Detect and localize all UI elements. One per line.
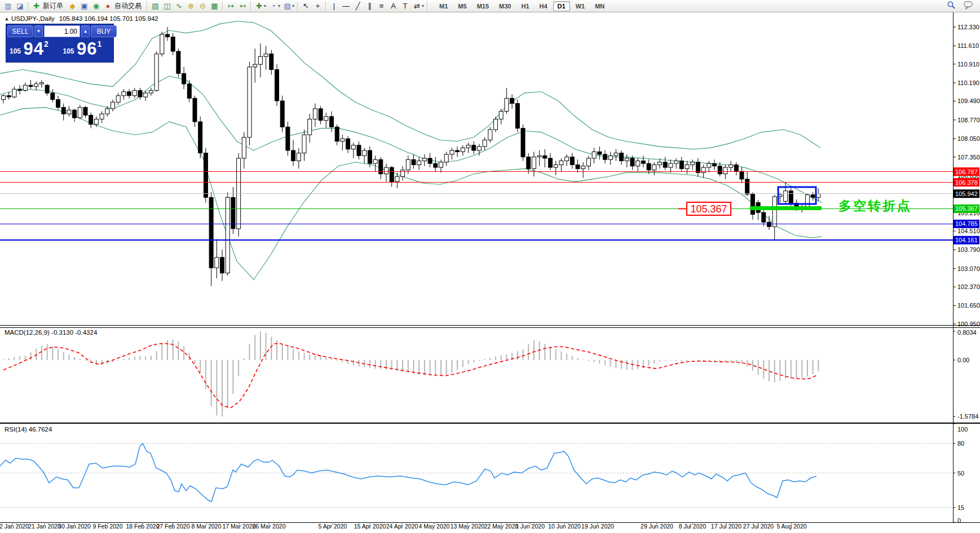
new-order-label[interactable]: 新订单: [43, 1, 63, 11]
arrows-icon[interactable]: ⇄: [411, 1, 423, 12]
chevron-down-icon[interactable]: ▾: [278, 3, 280, 8]
sell-price-big: 94: [23, 39, 43, 59]
date-label: 5 Apr 2020: [319, 523, 347, 530]
symbol-header[interactable]: ▲USDJPY-,Daily105.843 106.194 105.701 10…: [5, 15, 158, 22]
date-label: 1 Jun 2020: [515, 523, 545, 530]
volume-input[interactable]: [44, 25, 80, 37]
buy-button[interactable]: BUY: [91, 25, 117, 37]
svg-text:104.785: 104.785: [955, 220, 978, 227]
zoom-in-icon[interactable]: ⊕: [185, 1, 197, 12]
one-click-trading-panel: SELL ▼ ▲ BUY 105 942 105 961: [6, 24, 114, 63]
sell-price-prefix: 105: [10, 47, 21, 55]
autotrading-icon[interactable]: ●: [102, 1, 114, 12]
timeframe-m1[interactable]: M1: [435, 1, 452, 11]
svg-text:105.367: 105.367: [955, 205, 978, 212]
indicators-icon[interactable]: ✚: [253, 1, 265, 12]
toolbar-separator: [427, 2, 428, 11]
support-price-label: 105.367: [690, 203, 727, 215]
toolbar-separator: [297, 2, 298, 11]
timeframe-d1[interactable]: D1: [553, 1, 570, 11]
line-chart-icon[interactable]: ∿: [173, 1, 185, 12]
svg-text:100.950: 100.950: [957, 321, 980, 327]
auto-scroll-icon[interactable]: ↦: [225, 1, 237, 12]
collapse-panel-icon[interactable]: ▲: [5, 16, 9, 21]
timeframe-m30[interactable]: M30: [495, 1, 515, 11]
search-icon[interactable]: [945, 1, 957, 12]
crosshair-icon[interactable]: +: [312, 1, 324, 12]
toolbar-separator: [325, 2, 326, 11]
chevron-down-icon[interactable]: ▾: [292, 3, 294, 8]
periods-icon[interactable]: ◔: [267, 1, 279, 12]
cursor-icon[interactable]: ↖: [300, 1, 312, 12]
timeframe-h4[interactable]: H4: [535, 1, 552, 11]
volume-down-button[interactable]: ▼: [34, 25, 43, 37]
terminal-icon[interactable]: ▣: [78, 1, 90, 12]
chart-shift-icon[interactable]: ↤: [237, 1, 249, 12]
bar-chart-icon[interactable]: ▤: [149, 1, 161, 12]
svg-text:0.8034: 0.8034: [957, 329, 977, 336]
chart-window-icon[interactable]: ▥: [2, 1, 14, 12]
date-label: 27 Feb 2020: [157, 523, 190, 530]
date-label: 17 Jul 2020: [711, 523, 741, 530]
toolbar-separator: [147, 2, 148, 11]
turning-point-annotation[interactable]: 多空转折点: [838, 198, 912, 213]
rsi-indicator-label: RSI(14) 46.7624: [5, 426, 52, 433]
support-highlight-bar[interactable]: [750, 206, 822, 210]
svg-text:15: 15: [957, 504, 964, 511]
date-label: 13 May 2020: [451, 523, 485, 530]
timeframe-h1[interactable]: H1: [517, 1, 533, 11]
timeframe-w1[interactable]: W1: [571, 1, 590, 11]
new-order-icon[interactable]: ✚: [30, 1, 42, 12]
chevron-down-icon[interactable]: ▾: [264, 3, 266, 8]
svg-text:102.370: 102.370: [957, 283, 980, 290]
timeframe-m15[interactable]: M15: [473, 1, 493, 11]
zoom-out-icon[interactable]: ⊖: [197, 1, 209, 12]
toolbar-separator: [250, 2, 251, 11]
timeframe-m5[interactable]: M5: [453, 1, 471, 11]
svg-text:110.190: 110.190: [957, 79, 979, 86]
candlestick-chart-icon[interactable]: ◫: [161, 1, 173, 12]
sell-price[interactable]: 105 942: [7, 38, 59, 61]
buy-price-big: 96: [77, 39, 97, 59]
toolbar: ▥◪✚新订单◆▣◉●自动交易▤◫∿⊕⊖▦↦↤✚▾◔▾▧▾↖+|—╱∥≡AT⇄▾ …: [0, 0, 980, 12]
svg-text:104.510: 104.510: [957, 228, 980, 234]
templates-icon[interactable]: ▧: [281, 1, 293, 12]
date-label: 19 Jun 2020: [581, 523, 614, 530]
ohlc-values: 105.843 106.194 105.701 105.942: [59, 15, 158, 22]
svg-text:111.610: 111.610: [957, 42, 979, 49]
tile-windows-icon[interactable]: ▦: [209, 1, 220, 12]
vertical-line-icon[interactable]: |: [328, 1, 340, 12]
svg-text:103.790: 103.790: [957, 246, 980, 253]
autotrading-label[interactable]: 自动交易: [114, 1, 142, 11]
date-label: 12 Jan 2020: [0, 523, 29, 530]
date-label: 9 Feb 2020: [92, 523, 122, 530]
date-label: 21 Jan 2020: [28, 523, 61, 530]
horizontal-line-icon[interactable]: —: [340, 1, 352, 12]
tick-chart-icon[interactable]: ◪: [14, 1, 26, 12]
label-icon[interactable]: T: [399, 1, 411, 12]
text-icon[interactable]: A: [387, 1, 399, 12]
buy-price[interactable]: 105 961: [61, 38, 113, 61]
date-axis[interactable]: 12 Jan 202021 Jan 202030 Jan 20209 Feb 2…: [0, 522, 807, 530]
date-label: 26 Mar 2020: [253, 523, 286, 530]
metaeditor-icon[interactable]: ◆: [67, 1, 78, 12]
date-label: 15 Apr 2020: [354, 523, 386, 530]
volume-up-button[interactable]: ▲: [81, 25, 90, 37]
chevron-down-icon[interactable]: ▾: [422, 3, 424, 8]
trendline-icon[interactable]: ╱: [352, 1, 364, 12]
signals-icon[interactable]: ◉: [90, 1, 102, 12]
chart-canvas[interactable]: 105.367多空转折点112.330111.610110.910110.190…: [0, 0, 980, 533]
date-label: 5 Aug 2020: [776, 523, 806, 530]
channel-icon[interactable]: ∥: [364, 1, 376, 12]
svg-text:110.910: 110.910: [957, 61, 979, 68]
chat-icon[interactable]: [963, 1, 974, 12]
toolbar-separator: [222, 2, 223, 11]
sell-button[interactable]: SELL: [7, 25, 33, 37]
svg-text:108.770: 108.770: [957, 117, 980, 123]
buy-price-pip: 1: [97, 39, 101, 48]
date-label: 29 Jun 2020: [641, 523, 673, 530]
date-label: 8 Jul 2020: [679, 523, 707, 530]
macd-indicator-label: MACD(12,26,9) -0.3130 -0.4324: [5, 329, 97, 336]
timeframe-mn[interactable]: MN: [590, 1, 609, 11]
fibonacci-icon[interactable]: ≡: [376, 1, 387, 12]
